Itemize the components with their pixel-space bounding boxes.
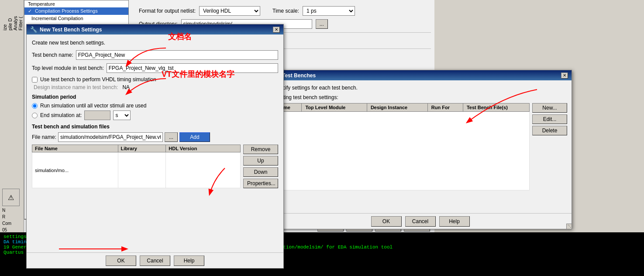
new-tb-help-btn[interactable]: Help: [174, 255, 204, 266]
annotation-doc-name: 文档名: [168, 31, 192, 42]
sidebar-label-2: pile D: [7, 13, 13, 31]
timescale-label: Time scale:: [272, 8, 299, 14]
end-sim-value-input[interactable]: [84, 110, 110, 120]
col-file-name: File Name: [32, 145, 118, 152]
output-dir-browse-btn[interactable]: ...: [316, 19, 328, 29]
file-name-input[interactable]: [58, 132, 163, 142]
file-browse-btn[interactable]: ...: [165, 132, 178, 142]
arrow-ok-btn: [57, 242, 144, 255]
sidebar-label-3: Analys: [13, 13, 18, 31]
tb-ok-btn[interactable]: OK: [371, 216, 402, 227]
sidebar-label-4: Fitter (: [18, 13, 23, 31]
file-row-1-name: simulation/mo...: [32, 152, 118, 188]
file-add-btn[interactable]: Add: [179, 132, 210, 142]
properties-btn[interactable]: Properties...: [243, 179, 278, 188]
sidebar-bottom-n: N: [2, 208, 5, 213]
file-name-label: File name:: [32, 134, 56, 140]
radio1-label: Run simulation until all vector stimuli …: [40, 103, 146, 109]
tb-col-top-module: Top Level Module: [302, 104, 367, 112]
col-library: Library: [118, 145, 166, 152]
tb-close-btn[interactable]: ✕: [561, 72, 568, 79]
tree-item-incremental[interactable]: Incremental Compilation: [24, 15, 128, 22]
vhdl-checkbox[interactable]: [32, 77, 38, 83]
arrow-new-btn: [458, 87, 546, 131]
up-btn[interactable]: Up: [243, 156, 278, 166]
tb-help-btn[interactable]: Help: [439, 216, 470, 227]
format-label: Format for output netlist:: [139, 8, 196, 14]
tb-title-text: Test Benches: [282, 72, 316, 79]
sidebar-bottom-comp: Com: [2, 221, 11, 226]
new-tb-close-btn[interactable]: ✕: [273, 27, 280, 33]
sidebar-bottom-r: R: [2, 214, 5, 219]
end-sim-unit-select[interactable]: s: [113, 110, 131, 120]
arrow-add-btn: [201, 166, 236, 201]
down-btn[interactable]: Down: [243, 167, 278, 177]
radio-end-at[interactable]: [32, 113, 38, 118]
new-tb-cancel-btn[interactable]: Cancel: [140, 255, 170, 266]
files-section-label: Test bench and simulation files: [32, 124, 278, 130]
tree-item-temperature[interactable]: Temperature: [24, 0, 128, 7]
warning-icon: ⚠: [8, 193, 14, 202]
file-row-1-library: [118, 152, 166, 188]
tb-cancel-btn[interactable]: Cancel: [405, 216, 436, 227]
sidebar-label-1: ize: [2, 13, 7, 31]
new-tb-title-icon: 🔧: [30, 26, 37, 33]
radio2-label: End simulation at:: [40, 112, 82, 118]
arrow-module-name: [87, 74, 175, 100]
radio-run-all[interactable]: [32, 103, 38, 109]
timescale-dropdown[interactable]: 1 ps: [303, 6, 355, 16]
tb-title-bar[interactable]: 🔧 Test Benches ✕: [269, 70, 572, 80]
format-dropdown[interactable]: Verilog HDL: [199, 6, 260, 16]
sidebar-bottom-05: 05: [2, 228, 7, 232]
bench-name-label: Test bench name:: [32, 52, 73, 58]
new-tb-ok-btn[interactable]: OK: [106, 255, 136, 266]
new-tb-title-bar[interactable]: 🔧 New Test Bench Settings ✕: [27, 24, 283, 34]
col-hdl-version: HDL Version: [166, 145, 241, 152]
tb-col-run-for: Run For: [427, 104, 463, 112]
tb-resize-grip[interactable]: ⋱: [566, 224, 572, 229]
remove-btn[interactable]: Remove: [243, 145, 278, 154]
new-tb-title-text: New Test Bench Settings: [40, 27, 102, 33]
tb-col-design-instance: Design Instance: [367, 104, 427, 112]
tree-item-compilation[interactable]: ✓ Compilation Process Settings: [24, 7, 128, 15]
